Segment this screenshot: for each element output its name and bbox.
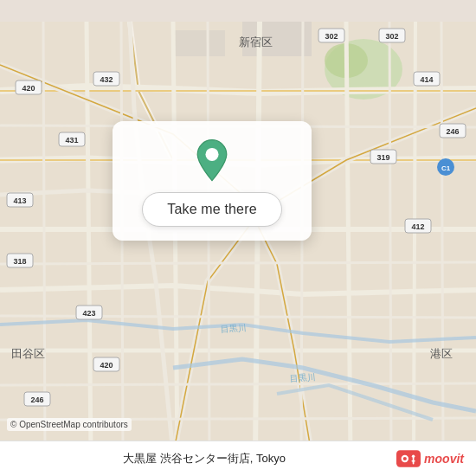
- moovit-logo-text: moovit: [424, 452, 464, 466]
- svg-text:C1: C1: [441, 164, 451, 172]
- location-text: 大黒屋 渋谷センター街店, Tokyo: [12, 451, 396, 466]
- svg-text:414: 414: [420, 75, 433, 84]
- svg-text:432: 432: [100, 75, 113, 84]
- bottom-bar: 大黒屋 渋谷センター街店, Tokyo moovit: [0, 441, 476, 476]
- svg-text:246: 246: [30, 396, 43, 404]
- svg-text:港区: 港区: [430, 347, 453, 360]
- svg-point-40: [205, 148, 218, 161]
- location-card: Take me there: [113, 121, 312, 241]
- svg-text:田谷区: 田谷区: [11, 347, 45, 360]
- svg-rect-4: [173, 30, 225, 56]
- svg-text:302: 302: [385, 32, 398, 41]
- svg-text:319: 319: [376, 153, 389, 162]
- svg-text:423: 423: [82, 309, 95, 318]
- svg-text:431: 431: [65, 136, 78, 145]
- svg-text:412: 412: [411, 222, 424, 231]
- moovit-logo: moovit: [396, 450, 464, 467]
- svg-text:新宿区: 新宿区: [239, 35, 273, 48]
- svg-text:420: 420: [100, 361, 113, 370]
- location-pin-icon: [190, 138, 235, 183]
- moovit-logo-icon: [396, 450, 421, 467]
- take-me-there-button[interactable]: Take me there: [142, 192, 281, 227]
- map-container: 420 432 302 302 414 431 246 413 319 C1: [0, 0, 476, 476]
- svg-text:246: 246: [446, 127, 459, 136]
- svg-point-43: [403, 457, 407, 460]
- svg-text:413: 413: [13, 196, 26, 205]
- osm-attribution: © OpenStreetMap contributors: [7, 418, 132, 431]
- svg-text:302: 302: [325, 32, 338, 41]
- svg-text:318: 318: [13, 257, 26, 266]
- svg-text:420: 420: [22, 84, 35, 93]
